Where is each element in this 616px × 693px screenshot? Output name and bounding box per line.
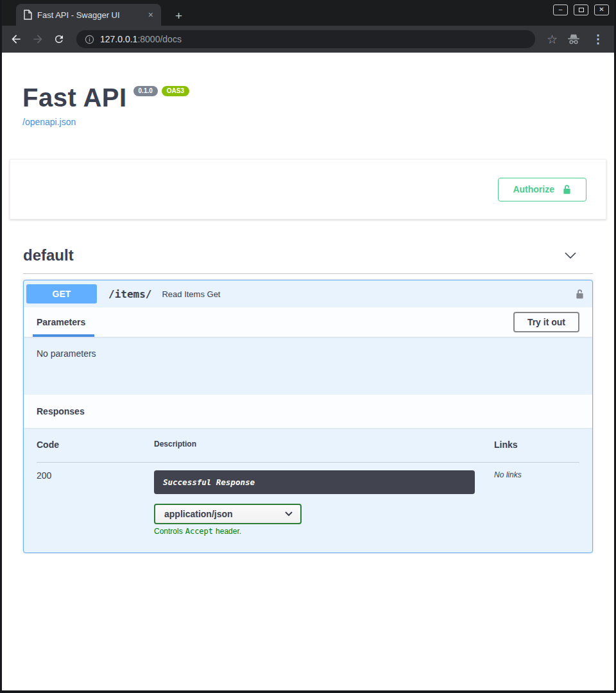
accept-note-prefix: Controls — [154, 527, 183, 536]
tab-close-icon[interactable]: × — [146, 10, 156, 20]
api-info: Fast API 0.1.0 OAS3 /openapi.json — [22, 85, 594, 128]
authorize-button[interactable]: Authorize — [498, 178, 586, 201]
active-tab-underline — [33, 334, 94, 337]
maximize-icon — [579, 8, 584, 12]
bookmark-star-icon[interactable]: ☆ — [547, 32, 558, 47]
window-controls: – ✕ — [553, 4, 609, 15]
back-icon[interactable] — [10, 33, 22, 46]
tag-section-header[interactable]: default — [23, 239, 593, 274]
authorize-label: Authorize — [513, 184, 554, 194]
tab-strip: Fast API - Swagger UI × + – ✕ — [2, 0, 614, 26]
oas3-badge: OAS3 — [162, 86, 189, 96]
close-button[interactable]: ✕ — [594, 4, 609, 15]
url-host: 127.0.0.1 — [100, 34, 137, 44]
response-code: 200 — [37, 463, 154, 494]
scheme-container: Authorize — [10, 159, 606, 219]
media-type-select[interactable]: application/json — [154, 504, 302, 524]
favicon-document-icon — [24, 10, 32, 20]
no-parameters-text: No parameters — [37, 348, 96, 359]
browser-toolbar: 127.0.0.1:8000/docs ☆ ⋮ — [2, 26, 614, 53]
tag-name: default — [23, 246, 74, 264]
parameters-header: Parameters Try it out — [24, 307, 592, 337]
http-method-badge: GET — [26, 284, 97, 304]
media-type-value: application/json — [164, 509, 285, 519]
responses-body: Code Description Links 200 Successful Re… — [24, 428, 592, 552]
browser-menu-icon[interactable]: ⋮ — [590, 32, 606, 46]
accept-note-suffix: header. — [216, 527, 241, 536]
lock-icon[interactable] — [575, 288, 585, 300]
operation-summary[interactable]: GET /items/ Read Items Get — [24, 280, 592, 307]
maximize-button[interactable] — [574, 4, 588, 15]
response-description-box: Successful Response — [154, 470, 475, 494]
tab-title: Fast API - Swagger UI — [37, 10, 141, 20]
column-header-links: Links — [494, 440, 579, 463]
operation-path: /items/ — [108, 288, 151, 300]
responses-header: Responses — [24, 395, 592, 428]
incognito-icon — [567, 33, 581, 45]
site-info-icon[interactable] — [84, 34, 95, 45]
address-bar[interactable]: 127.0.0.1:8000/docs — [76, 30, 535, 48]
unlocked-padlock-icon — [562, 184, 572, 196]
response-links: No links — [494, 463, 579, 494]
openapi-spec-link[interactable]: /openapi.json — [22, 117, 76, 127]
response-description-cell: Successful Response — [154, 463, 494, 494]
collapse-chevron-icon[interactable] — [565, 252, 576, 259]
browser-window: Fast API - Swagger UI × + – ✕ 127.0.0.1:… — [0, 0, 616, 693]
column-header-code: Code — [37, 440, 154, 463]
media-type-cell: application/json Controls Accept header. — [154, 494, 494, 536]
responses-table: Code Description Links 200 Successful Re… — [37, 440, 579, 536]
minimize-button[interactable]: – — [553, 4, 568, 15]
chevron-down-icon — [285, 511, 293, 517]
responses-title: Responses — [37, 406, 85, 416]
url-text: 127.0.0.1:8000/docs — [100, 34, 182, 44]
page-title: Fast API — [22, 85, 127, 110]
tab-parameters[interactable]: Parameters — [37, 317, 85, 327]
column-header-description: Description — [154, 440, 494, 463]
browser-tab[interactable]: Fast API - Swagger UI × — [16, 4, 161, 26]
swagger-page: Fast API 0.1.0 OAS3 /openapi.json Author… — [2, 53, 614, 690]
reload-icon[interactable] — [53, 33, 65, 45]
accept-note-code: Accept — [185, 527, 213, 536]
opblock-get-items: GET /items/ Read Items Get Parameters Tr… — [23, 280, 593, 553]
try-it-out-button[interactable]: Try it out — [513, 312, 579, 332]
parameters-body: No parameters — [24, 337, 592, 395]
operation-summary-text: Read Items Get — [162, 289, 220, 299]
forward-icon[interactable] — [31, 33, 44, 46]
accept-header-note: Controls Accept header. — [154, 527, 494, 536]
version-badge: 0.1.0 — [133, 86, 158, 96]
url-path: :8000/docs — [137, 34, 182, 44]
new-tab-button[interactable]: + — [171, 10, 186, 22]
